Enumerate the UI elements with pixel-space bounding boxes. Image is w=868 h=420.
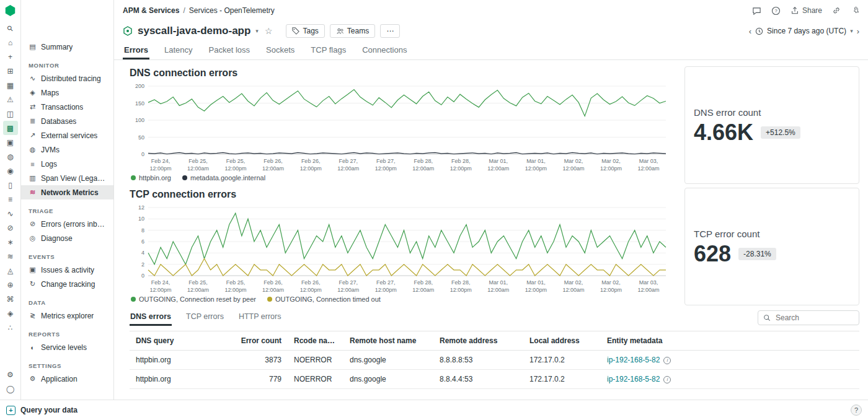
- time-back-chevron-icon[interactable]: ‹: [749, 27, 751, 36]
- share-icon: [790, 6, 799, 15]
- sidebar-item-diagnose[interactable]: ◎Diagnose: [21, 231, 113, 245]
- sidebar-item-application[interactable]: ⚙Application: [21, 372, 113, 386]
- column-header-entity[interactable]: Entity metadata: [601, 331, 859, 351]
- query-builder-icon[interactable]: ∴: [3, 320, 18, 335]
- apm-services-icon[interactable]: ▩: [3, 121, 18, 135]
- distributed-tracing-icon[interactable]: ∿: [3, 206, 18, 221]
- dns-errors-chart[interactable]: 050100150200Feb 24,12:00pmFeb 25,12:00am…: [130, 81, 670, 174]
- tab-sockets[interactable]: Sockets: [265, 41, 296, 59]
- column-header-query[interactable]: DNS query: [130, 331, 223, 351]
- diagnose-icon: ◎: [29, 234, 37, 242]
- integrations-icon[interactable]: ⊕: [3, 278, 18, 292]
- query-your-data-button[interactable]: + Query your data: [6, 406, 78, 415]
- mobile-icon[interactable]: ▯: [3, 178, 18, 192]
- applied-intelligence-icon[interactable]: ∗: [3, 235, 18, 249]
- x-tick-label: Mar 03,: [639, 279, 658, 286]
- x-tick-label: 12:00pm: [225, 165, 247, 172]
- sidebar-item-change-tracking[interactable]: ↻Change tracking: [21, 277, 113, 291]
- machine-learning-icon[interactable]: ◬: [3, 263, 18, 278]
- tab-connections[interactable]: Connections: [361, 41, 408, 59]
- sidebar-item-distributed-tracing[interactable]: ∿Distributed tracing: [21, 71, 113, 85]
- settings-icon[interactable]: ⚙: [3, 367, 18, 382]
- share-button[interactable]: Share: [790, 6, 822, 15]
- y-tick-label: 0: [141, 151, 144, 157]
- sidebar-item-external-services[interactable]: ↗External services: [21, 128, 113, 142]
- home-icon[interactable]: ⌂: [3, 35, 18, 50]
- time-forward-chevron-icon[interactable]: ›: [857, 27, 859, 36]
- breadcrumb-page[interactable]: Services - OpenTelemetry: [189, 6, 275, 15]
- y-tick-label: 200: [135, 83, 144, 89]
- subtab-http-errors[interactable]: HTTP errors: [238, 309, 282, 326]
- legend-item[interactable]: metadata.google.internal: [182, 174, 265, 182]
- search-icon[interactable]: ⚲: [3, 21, 18, 35]
- tcp-errors-chart[interactable]: 024681012Feb 24,12:00pmFeb 25,12:00amFeb…: [130, 203, 670, 295]
- sidebar-item-summary[interactable]: ▤Summary: [21, 40, 113, 54]
- logs-icon[interactable]: ≡: [3, 192, 18, 206]
- subtab-tcp-errors[interactable]: TCP errors: [185, 309, 224, 326]
- table-search[interactable]: [758, 310, 859, 325]
- entity-link[interactable]: ip-192-168-5-82: [607, 356, 660, 364]
- time-chevron-down-icon[interactable]: ▾: [850, 28, 853, 34]
- sidebar-item-issues-activity[interactable]: ▣Issues & activity: [21, 263, 113, 277]
- info-icon[interactable]: i: [663, 357, 671, 364]
- teams-button[interactable]: Teams: [330, 24, 375, 38]
- search-input[interactable]: [774, 313, 854, 323]
- column-header-count[interactable]: Error count: [223, 331, 288, 351]
- info-icon[interactable]: i: [663, 376, 671, 383]
- browser-icon[interactable]: ◫: [3, 107, 18, 121]
- column-header-remote[interactable]: Remote address: [433, 331, 523, 351]
- infrastructure-icon[interactable]: ▣: [3, 135, 18, 149]
- whats-new-rocket-icon[interactable]: [851, 6, 859, 15]
- errors-inbox-icon[interactable]: ⊘: [3, 221, 18, 235]
- x-tick-label: 12:00pm: [225, 287, 247, 293]
- time-range-label[interactable]: Since 7 days ago (UTC): [767, 27, 846, 35]
- help-icon[interactable]: ?: [771, 6, 781, 15]
- synthetics-icon[interactable]: ◉: [3, 164, 18, 178]
- column-header-host[interactable]: Remote host name: [343, 331, 433, 351]
- more-actions-button[interactable]: ⋯: [380, 24, 400, 38]
- tags-button[interactable]: Tags: [286, 24, 324, 38]
- legend-item[interactable]: OUTGOING, Connection reset by peer: [131, 295, 256, 303]
- network-icon[interactable]: ≋: [3, 249, 18, 263]
- sidebar-item-transactions[interactable]: ⇄Transactions: [21, 100, 113, 114]
- add-icon[interactable]: +: [3, 50, 18, 64]
- api-icon[interactable]: ⌘: [3, 292, 18, 306]
- sidebar-item-databases[interactable]: ≣Databases: [21, 114, 113, 128]
- sidebar-item-span-view-legacy[interactable]: ▥Span View (Legacy): [21, 171, 113, 185]
- all-entities-icon[interactable]: ⊞: [3, 64, 18, 78]
- title-chevron-down-icon[interactable]: ▾: [255, 28, 259, 34]
- legend-item[interactable]: OUTGOING, Connection timed out: [267, 295, 381, 303]
- help-fab-icon[interactable]: ?: [851, 405, 862, 416]
- user-icon[interactable]: ◯: [3, 382, 18, 396]
- comments-icon[interactable]: [752, 6, 761, 15]
- tab-tcp-flags[interactable]: TCP flags: [309, 41, 347, 59]
- tab-packet-loss[interactable]: Packet loss: [208, 41, 251, 59]
- favorite-star-icon[interactable]: ☆: [265, 26, 273, 36]
- sidebar-item-jvms[interactable]: ◍JVMs: [21, 142, 113, 157]
- sidebar-item-maps[interactable]: ◈Maps: [21, 85, 113, 100]
- breadcrumb-section[interactable]: APM & Services: [123, 6, 179, 15]
- explorer-icon[interactable]: ◈: [3, 306, 18, 320]
- new-relic-logo-icon[interactable]: [5, 5, 16, 16]
- column-header-rcode[interactable]: Rcode name: [288, 331, 343, 351]
- copy-link-icon[interactable]: [832, 6, 841, 15]
- sidebar-item-errors-inbox[interactable]: ⊘Errors (errors inbox): [21, 217, 113, 231]
- legend-item[interactable]: httpbin.org: [131, 174, 171, 182]
- tab-errors[interactable]: Errors: [123, 41, 149, 59]
- column-header-local[interactable]: Local address: [523, 331, 601, 351]
- table-row[interactable]: httpbin.org3873NOERRORdns.google8.8.8.8:…: [130, 351, 859, 370]
- topbar: APM & Services / Services - OpenTelemetr…: [114, 0, 868, 21]
- entity-link[interactable]: ip-192-168-5-82: [607, 375, 660, 383]
- sidebar-item-service-levels[interactable]: ◐Service levels: [21, 340, 113, 354]
- sidebar-item-logs[interactable]: ≡Logs: [21, 157, 113, 171]
- tab-latency[interactable]: Latency: [163, 41, 194, 59]
- subtab-dns-errors[interactable]: DNS errors: [130, 309, 172, 326]
- dashboards-icon[interactable]: ▦: [3, 78, 18, 92]
- maps-icon: ◈: [29, 89, 37, 97]
- table-row[interactable]: httpbin.org779NOERRORdns.google8.8.4.4:5…: [130, 370, 859, 389]
- kubernetes-icon[interactable]: ◍: [3, 149, 18, 164]
- alerts-icon[interactable]: ⚠: [3, 92, 18, 107]
- sidebar-item-network-metrics[interactable]: ≋Network Metrics: [21, 185, 113, 199]
- legend-label: OUTGOING, Connection timed out: [275, 295, 381, 303]
- sidebar-item-metrics-explorer[interactable]: ≷Metrics explorer: [21, 308, 113, 323]
